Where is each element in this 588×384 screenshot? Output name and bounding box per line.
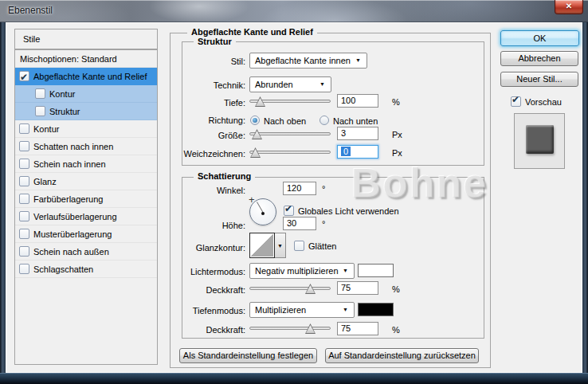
tiefe-unit: % [392,96,400,108]
angle-dial-dot [261,212,265,215]
weichzeichnen-unit: Px [392,147,402,159]
checkbox-kontur-sub[interactable] [35,88,45,99]
winkel-input[interactable]: 120 [283,182,316,195]
tiefenmodus-select[interactable]: Multiplizieren ▼ [249,302,355,318]
richtung-label: Richtung: [142,115,245,126]
titlebar[interactable]: Ebenenstil [0,0,588,22]
tiefe-label: Tiefe: [142,97,245,108]
deckkraft-tiefen-slider[interactable] [249,323,331,334]
checkbox-abgeflachte-kante[interactable]: ✔ [19,71,29,81]
chevron-down-icon: ▼ [343,264,348,278]
weichzeichnen-label: Weichzeichnen: [142,148,245,159]
tiefe-input[interactable]: 100 [337,94,378,108]
checkbox-musterueberlagerung[interactable] [19,229,29,239]
style-preview-swatch [526,125,554,154]
checkbox-schatten-nach-innen[interactable] [19,141,29,151]
lichtermodus-label: Lichtermodus: [142,266,245,277]
weichzeichnen-slider[interactable] [249,147,331,158]
globales-licht-label: Globales Licht verwenden [298,206,399,217]
sidebar-item-glanz[interactable]: Glanz [15,173,157,190]
sidebar-item-schein-nach-aussen[interactable]: Schein nach außen [15,243,157,261]
sidebar-item-schatten-nach-innen[interactable]: Schatten nach innen [15,138,157,155]
globales-licht-checkbox[interactable]: ✔ [284,206,294,216]
sidebar-item-kontur[interactable]: Kontur [15,120,157,138]
glaetten-checkbox[interactable] [294,241,304,251]
window-title: Ebenenstil [8,5,53,16]
weichzeichnen-input[interactable]: 0 [337,145,378,159]
window-frame-left [0,22,6,373]
checkbox-verlaufsueberlagerung[interactable] [19,211,29,221]
ok-button[interactable]: OK [500,30,579,46]
groesse-slider[interactable] [249,128,331,139]
check-icon: ✔ [20,69,28,86]
cancel-button[interactable]: Abbrechen [500,51,578,66]
stil-label: Stil: [142,56,245,67]
window-frame-right [582,22,588,373]
stil-select[interactable]: Abgeflachte Kante innen ▼ [249,53,367,69]
slider-track [249,327,331,330]
slider-track [249,151,331,154]
sidebar-item-abgeflachte-kante[interactable]: ✔ Abgeflachte Kante und Relief [15,68,157,85]
hoehe-input[interactable]: 30 [283,217,316,230]
schattierung-group-title: Schattierung [194,171,255,181]
glanzkontur-label: Glanzkontur: [142,242,245,253]
radio-nach-oben[interactable] [250,116,260,125]
vorschau-label: Vorschau [525,96,562,108]
glanzkontur-dropdown-button[interactable]: ▼ [275,233,286,258]
checkbox-farbueberlagerung[interactable] [19,194,29,204]
winkel-unit: ° [322,183,325,194]
slider-thumb[interactable] [255,96,265,107]
lichtermodus-color-swatch[interactable] [358,264,394,277]
checkbox-schein-nach-aussen[interactable] [19,246,29,257]
tiefe-slider[interactable] [249,96,331,107]
glaetten-label: Glätten [308,241,336,252]
checkbox-kontur[interactable] [19,123,29,134]
hoehe-label: Höhe: [142,220,245,231]
slider-thumb[interactable] [305,323,316,334]
sidebar-item-farbueberlagerung[interactable]: Farbüberlagerung [15,190,157,208]
sidebar-item-verlaufsueberlagerung[interactable]: Verlaufsüberlagerung [15,208,157,225]
nach-unten-label: Nach unten [333,116,378,127]
contour-shape-icon [251,234,273,257]
groesse-unit: Px [392,129,402,140]
chevron-down-icon: ▼ [319,77,325,92]
sidebar-item-kontur-sub[interactable]: Kontur [15,85,157,103]
slider-thumb[interactable] [252,129,262,139]
set-default-button[interactable]: Als Standardeinstellung festlegen [179,348,317,363]
slider-thumb[interactable] [250,147,261,158]
deckkraft-lichter-input[interactable]: 75 [337,281,378,295]
struktur-group-title: Struktur [194,37,236,46]
check-icon: ✔ [284,203,292,214]
sidebar-item-mischoptionen[interactable]: Mischoptionen: Standard [15,50,157,68]
deckkraft-lichter-unit: % [392,284,400,295]
deckkraft-tiefen-input[interactable]: 75 [337,322,378,335]
checkbox-schein-nach-innen[interactable] [19,159,29,169]
deckkraft-lichter-slider[interactable] [249,283,331,294]
slider-track [249,287,331,290]
deckkraft-lichter-label: Deckkraft: [142,284,245,296]
vorschau-checkbox[interactable]: ✔ [511,96,521,107]
checkbox-glanz[interactable] [19,176,29,186]
lichtermodus-select[interactable]: Negativ multiplizieren ▼ [249,263,355,279]
styles-header: Stile [14,29,158,49]
reset-default-button[interactable]: Auf Standardeinstellung zurücksetzen [325,348,479,363]
technik-select[interactable]: Abrunden ▼ [249,76,331,92]
chevron-down-icon: ▼ [277,243,283,249]
slider-thumb[interactable] [305,284,316,294]
checkbox-struktur-sub[interactable] [35,106,45,116]
sidebar-item-schein-nach-innen[interactable]: Schein nach innen [15,155,157,173]
tiefenmodus-color-swatch[interactable] [358,303,394,316]
glanzkontur-thumbnail[interactable] [249,233,275,258]
close-icon: ✕ [566,2,572,10]
chevron-down-icon: ▼ [355,53,361,68]
sidebar-item-struktur-sub[interactable]: Struktur [15,103,157,120]
sidebar-item-musterueberlagerung[interactable]: Musterüberlagerung [15,225,157,243]
sidebar-item-schlagschatten[interactable]: Schlagschatten [15,261,157,278]
groesse-label: Größe: [142,130,245,141]
radio-nach-unten[interactable] [319,116,329,125]
chevron-down-icon: ▼ [343,303,348,317]
new-style-button[interactable]: Neuer Stil... [500,72,578,87]
groesse-input[interactable]: 3 [337,127,378,140]
checkbox-schlagschatten[interactable] [19,264,29,274]
close-button[interactable]: ✕ [555,0,583,14]
